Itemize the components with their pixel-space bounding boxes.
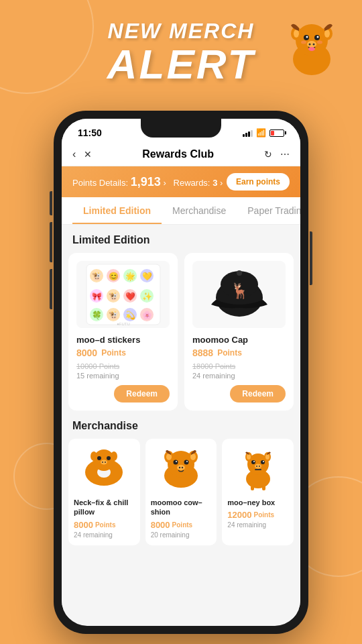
svg-point-4 <box>294 30 299 38</box>
tab-limited-edition[interactable]: Limited Edition <box>72 197 162 224</box>
svg-point-8 <box>306 36 308 38</box>
phone-frame: 11:50 📶 ‹ ✕ Rewards Club <box>54 111 308 634</box>
svg-text:🌟: 🌟 <box>125 271 135 281</box>
svg-point-81 <box>259 466 260 467</box>
rewards-label: Rewards: <box>174 178 210 188</box>
svg-text:❤️: ❤️ <box>125 291 135 301</box>
pillow-points-label: Points <box>95 521 116 529</box>
stickers-redeem-button[interactable]: Redeem <box>114 385 170 402</box>
points-arrow: › <box>163 178 168 188</box>
cap-remaining: 24 remaining <box>192 372 286 380</box>
svg-point-15 <box>317 41 322 44</box>
svg-rect-84 <box>262 486 265 490</box>
cap-redeem-button[interactable]: Redeem <box>230 385 286 402</box>
svg-point-53 <box>105 462 106 463</box>
merch-card-pillow: Neck–fix & chill pillow 8000 Points 24 r… <box>68 439 140 545</box>
stickers-remaining: 15 remaining <box>76 372 170 380</box>
svg-text:🐮: 🐮 <box>91 271 101 281</box>
svg-point-49 <box>97 456 101 460</box>
svg-point-45 <box>237 270 242 276</box>
svg-text:😊: 😊 <box>108 271 118 281</box>
svg-point-11 <box>309 44 311 46</box>
moneybox-points-label: Points <box>253 511 274 519</box>
limited-edition-grid: 🐮 😊 🌟 💛 🎀 🐮 <box>62 253 300 411</box>
svg-rect-83 <box>251 486 254 490</box>
signal-icon <box>243 129 253 137</box>
svg-text:●FUTU: ●FUTU <box>117 322 130 326</box>
stickers-name: moo–d stickers <box>76 335 170 345</box>
svg-point-5 <box>324 30 330 38</box>
svg-point-75 <box>251 460 255 464</box>
nav-left-icons: ‹ ✕ <box>72 148 92 160</box>
nav-right-icons: ↻ ⋯ <box>264 149 290 160</box>
svg-point-9 <box>317 36 319 38</box>
pillow-name: Neck–fix & chill pillow <box>74 498 135 517</box>
cushion-name: moomoo cow–shion <box>151 498 212 517</box>
wifi-icon: 📶 <box>256 128 266 138</box>
nav-bar: ‹ ✕ Rewards Club ↻ ⋯ <box>62 143 300 166</box>
svg-point-73 <box>247 454 251 460</box>
cushion-points-label: Points <box>172 521 193 529</box>
svg-text:🐮: 🐮 <box>108 291 118 301</box>
cap-original-points: 18000 Points <box>192 362 235 370</box>
rewards-arrow: › <box>220 178 223 188</box>
earn-points-button[interactable]: Earn points <box>227 173 290 191</box>
svg-point-79 <box>255 464 261 469</box>
moneybox-points-value: 12000 <box>227 510 251 520</box>
product-card-cap: 🦌 moomoo Cap 8888 Points 18000 Points 24… <box>184 253 294 411</box>
moneybox-points-row: 12000 Points <box>227 510 288 520</box>
svg-point-51 <box>101 460 107 465</box>
svg-text:✨: ✨ <box>141 291 152 301</box>
svg-point-68 <box>182 467 183 468</box>
tab-merchandise[interactable]: Merchandise <box>162 197 237 224</box>
moneybox-name: moo–ney box <box>227 498 288 507</box>
phone-notch <box>141 119 221 138</box>
cap-name: moomoo Cap <box>192 335 286 345</box>
points-info: Points Details: 1,913 › Rewards: 3 › <box>72 175 223 189</box>
svg-text:🍀: 🍀 <box>91 310 101 320</box>
more-icon[interactable]: ⋯ <box>280 149 290 160</box>
svg-point-66 <box>177 465 185 470</box>
cap-image: 🦌 <box>192 261 286 328</box>
svg-point-64 <box>176 461 177 462</box>
svg-point-78 <box>263 461 264 462</box>
svg-point-54 <box>90 451 97 461</box>
pillow-points-value: 8000 <box>74 520 93 530</box>
points-banner: Points Details: 1,913 › Rewards: 3 › Ear… <box>62 166 300 197</box>
points-value: 1,913 <box>131 175 161 189</box>
svg-point-74 <box>265 454 269 460</box>
svg-text:💛: 💛 <box>141 271 152 281</box>
limited-edition-title: Limited Edition <box>62 225 300 253</box>
svg-point-50 <box>107 456 111 460</box>
refresh-icon[interactable]: ↻ <box>264 149 272 160</box>
svg-point-13 <box>308 47 315 51</box>
status-icons: 📶 <box>243 128 284 138</box>
merchandise-title: Merchandise <box>62 411 300 439</box>
tab-paper-trading[interactable]: Paper Trading <box>237 197 300 224</box>
content-area: Limited Edition 🐮 😊 <box>62 225 300 618</box>
cushion-points-value: 8000 <box>151 520 170 530</box>
pillow-points-row: 8000 Points <box>74 520 135 530</box>
back-icon[interactable]: ‹ <box>72 148 76 160</box>
mascot-icon <box>282 20 342 80</box>
stickers-current-points: 8000 <box>76 347 97 358</box>
svg-text:💫: 💫 <box>125 310 135 320</box>
stickers-points-label: Points <box>101 348 126 358</box>
svg-point-77 <box>253 461 255 462</box>
svg-point-14 <box>301 41 306 44</box>
svg-point-67 <box>179 467 180 468</box>
pillow-image <box>74 445 135 492</box>
status-time: 11:50 <box>78 127 102 138</box>
cushion-remaining: 20 remaining <box>151 531 212 539</box>
cap-points-label: Points <box>217 348 242 358</box>
svg-point-63 <box>184 460 188 465</box>
svg-rect-82 <box>255 469 261 470</box>
tabs-bar: Limited Edition Merchandise Paper Tradin… <box>62 197 300 225</box>
stickers-image: 🐮 😊 🌟 💛 🎀 🐮 <box>76 261 170 328</box>
phone-screen: 11:50 📶 ‹ ✕ Rewards Club <box>62 119 300 626</box>
nav-title: Rewards Club <box>92 148 264 160</box>
svg-text:🌸: 🌸 <box>141 310 152 320</box>
close-icon[interactable]: ✕ <box>84 149 92 160</box>
svg-text:🎀: 🎀 <box>91 291 101 301</box>
product-card-stickers: 🐮 😊 🌟 💛 🎀 🐮 <box>68 253 178 411</box>
